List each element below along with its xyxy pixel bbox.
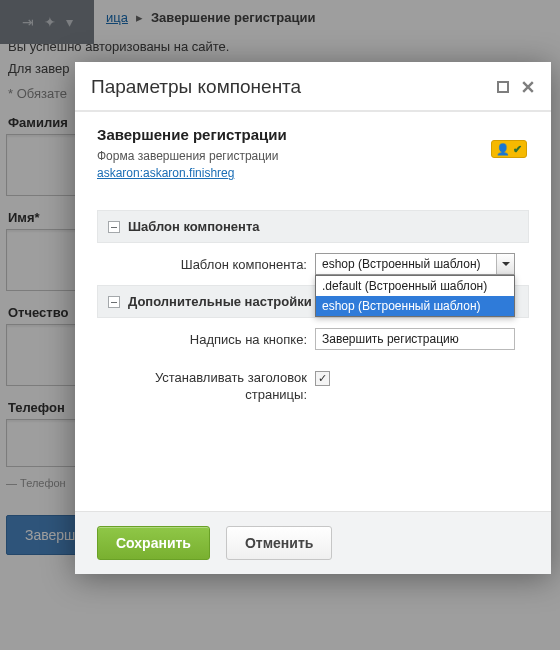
template-select-value: eshop (Встроенный шаблон) (322, 257, 496, 271)
cancel-button[interactable]: Отменить (226, 526, 332, 560)
section-template-header[interactable]: Шаблон компонента (97, 210, 529, 243)
save-button[interactable]: Сохранить (97, 526, 210, 560)
template-label: Шаблон компонента: (97, 257, 307, 272)
set-title-checkbox[interactable] (315, 371, 330, 386)
component-code-link[interactable]: askaron:askaron.finishreg (97, 166, 234, 180)
component-heading: Завершение регистрации (97, 126, 529, 143)
badge-user-icon: 👤 (496, 143, 510, 156)
section-template-title: Шаблон компонента (128, 219, 260, 234)
dialog-title: Параметры компонента (91, 76, 487, 98)
row-set-title: Устанавливать заголовок страницы: (97, 360, 529, 414)
dialog-header: Параметры компонента (75, 62, 551, 112)
badge-check-icon: ✔ (513, 143, 522, 156)
component-description: Форма завершения регистрации (97, 149, 529, 163)
chevron-down-icon[interactable] (496, 254, 514, 274)
dialog-footer: Сохранить Отменить (75, 511, 551, 574)
button-text-label: Надпись на кнопке: (97, 332, 307, 347)
button-text-input[interactable] (315, 328, 515, 350)
component-params-dialog: Параметры компонента 👤 ✔ Завершение реги… (75, 62, 551, 574)
collapse-icon[interactable] (108, 296, 120, 308)
component-badge[interactable]: 👤 ✔ (491, 140, 527, 158)
template-option-default[interactable]: .default (Встроенный шаблон) (316, 276, 514, 296)
template-option-eshop[interactable]: eshop (Встроенный шаблон) (316, 296, 514, 316)
collapse-icon[interactable] (108, 221, 120, 233)
template-select[interactable]: eshop (Встроенный шаблон) (315, 253, 515, 275)
row-button-text: Надпись на кнопке: (97, 318, 529, 360)
set-title-label: Устанавливать заголовок страницы: (97, 370, 307, 404)
close-icon[interactable] (519, 78, 537, 96)
row-template: Шаблон компонента: eshop (Встроенный шаб… (97, 243, 529, 285)
section-additional-title: Дополнительные настройки (128, 294, 312, 309)
template-select-dropdown: .default (Встроенный шаблон) eshop (Встр… (315, 275, 515, 317)
dialog-body: 👤 ✔ Завершение регистрации Форма заверше… (75, 112, 551, 511)
maximize-icon[interactable] (497, 81, 509, 93)
